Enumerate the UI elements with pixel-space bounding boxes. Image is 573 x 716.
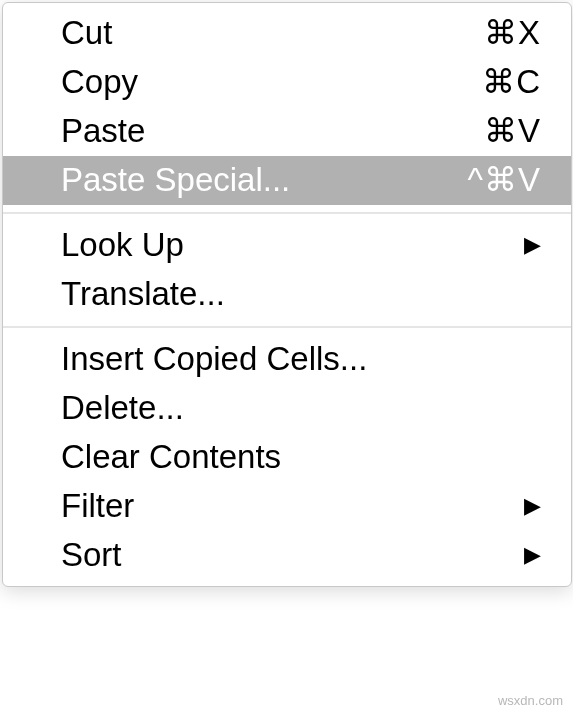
- submenu-arrow-icon: ▶: [524, 491, 541, 522]
- menu-item-label: Filter: [61, 483, 514, 529]
- menu-item-shortcut: ⌘V: [484, 108, 541, 154]
- menu-item-paste-special[interactable]: Paste Special... ^⌘V: [3, 156, 571, 205]
- menu-item-cut[interactable]: Cut ⌘X: [3, 9, 571, 58]
- menu-item-sort[interactable]: Sort ▶: [3, 531, 571, 580]
- menu-item-label: Cut: [61, 10, 484, 56]
- menu-separator: [3, 212, 571, 214]
- menu-item-delete[interactable]: Delete...: [3, 384, 571, 433]
- menu-item-paste[interactable]: Paste ⌘V: [3, 107, 571, 156]
- menu-item-shortcut: ⌘C: [482, 59, 541, 105]
- menu-item-look-up[interactable]: Look Up ▶: [3, 221, 571, 270]
- submenu-arrow-icon: ▶: [524, 230, 541, 261]
- menu-item-label: Paste: [61, 108, 484, 154]
- menu-item-label: Copy: [61, 59, 482, 105]
- menu-item-label: Look Up: [61, 222, 514, 268]
- context-menu: Cut ⌘X Copy ⌘C Paste ⌘V Paste Special...…: [2, 2, 572, 587]
- menu-item-label: Clear Contents: [61, 434, 541, 480]
- submenu-arrow-icon: ▶: [524, 540, 541, 571]
- menu-item-translate[interactable]: Translate...: [3, 270, 571, 319]
- menu-item-label: Delete...: [61, 385, 541, 431]
- menu-item-label: Paste Special...: [61, 157, 468, 203]
- watermark-text: wsxdn.com: [498, 693, 563, 708]
- menu-item-filter[interactable]: Filter ▶: [3, 482, 571, 531]
- menu-item-insert-copied-cells[interactable]: Insert Copied Cells...: [3, 335, 571, 384]
- menu-item-copy[interactable]: Copy ⌘C: [3, 58, 571, 107]
- menu-item-label: Translate...: [61, 271, 541, 317]
- menu-item-shortcut: ⌘X: [484, 10, 541, 56]
- menu-item-label: Insert Copied Cells...: [61, 336, 541, 382]
- menu-item-label: Sort: [61, 532, 514, 578]
- menu-item-clear-contents[interactable]: Clear Contents: [3, 433, 571, 482]
- menu-separator: [3, 326, 571, 328]
- menu-item-shortcut: ^⌘V: [468, 157, 542, 203]
